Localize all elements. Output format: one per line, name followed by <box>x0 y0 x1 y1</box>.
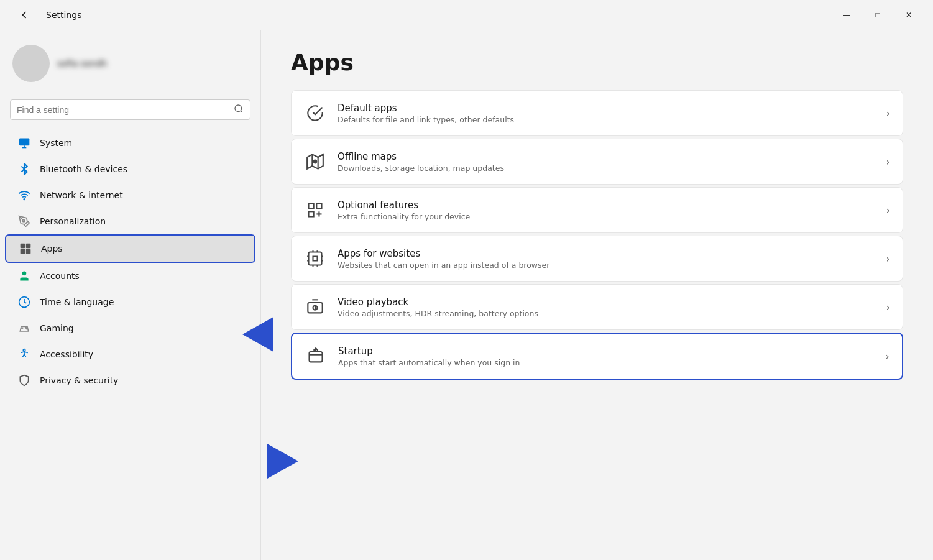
search-input[interactable] <box>17 105 229 115</box>
video-playback-icon <box>304 296 326 318</box>
settings-list: Default apps Defaults for file and link … <box>291 90 903 380</box>
offline-maps-icon <box>304 150 326 173</box>
sidebar-item-personalization-label: Personalization <box>40 216 106 226</box>
sidebar-item-privacy-label: Privacy & security <box>40 375 118 385</box>
video-playback-title: Video playback <box>338 296 875 308</box>
optional-features-text: Optional features Extra functionality fo… <box>338 200 875 221</box>
default-apps-icon <box>304 102 326 124</box>
sidebar-item-privacy[interactable]: Privacy & security <box>5 367 255 393</box>
video-playback-chevron: › <box>886 301 890 313</box>
sidebar-item-network-label: Network & internet <box>40 190 123 200</box>
optional-features-title: Optional features <box>338 200 875 211</box>
maximize-button[interactable]: □ <box>863 5 892 25</box>
svg-rect-23 <box>316 204 321 209</box>
monitor-icon <box>17 136 31 150</box>
apps-websites-chevron: › <box>886 253 890 265</box>
video-playback-text: Video playback Video adjustments, HDR st… <box>338 296 875 318</box>
title-bar: Settings — □ ✕ <box>0 0 933 30</box>
svg-point-11 <box>22 272 27 276</box>
apps-websites-title: Apps for websites <box>338 248 875 259</box>
default-apps-title: Default apps <box>338 103 875 114</box>
svg-point-0 <box>235 105 242 112</box>
sidebar-item-accounts-label: Accounts <box>40 271 80 281</box>
default-apps-text: Default apps Defaults for file and link … <box>338 103 875 124</box>
sidebar-item-apps[interactable]: Apps <box>5 234 255 263</box>
sidebar-item-gaming-label: Gaming <box>40 323 74 333</box>
svg-rect-36 <box>310 352 323 362</box>
sidebar-item-accessibility[interactable]: Accessibility <box>5 341 255 367</box>
sidebar-item-apps-label: Apps <box>41 244 63 254</box>
sidebar-item-network[interactable]: Network & internet <box>5 182 255 208</box>
wifi-icon <box>17 188 31 202</box>
startup-title: Startup <box>338 346 875 357</box>
startup-chevron: › <box>886 351 889 362</box>
brush-icon <box>17 214 31 228</box>
person-icon <box>17 269 31 283</box>
offline-maps-text: Offline maps Downloads, storage location… <box>338 151 875 173</box>
startup-text: Startup Apps that start automatically wh… <box>338 346 875 367</box>
settings-item-optional-features[interactable]: Optional features Extra functionality fo… <box>291 187 903 233</box>
sidebar-item-bluetooth-label: Bluetooth & devices <box>40 164 127 174</box>
content-area: Apps Default apps Defaults for file and … <box>261 30 933 560</box>
offline-maps-chevron: › <box>886 156 890 168</box>
avatar <box>12 45 50 82</box>
svg-point-6 <box>23 220 25 222</box>
sidebar-item-personalization[interactable]: Personalization <box>5 208 255 234</box>
right-arrow <box>267 444 298 479</box>
sidebar-item-accounts[interactable]: Accounts <box>5 263 255 289</box>
clock-icon <box>17 295 31 309</box>
svg-rect-27 <box>309 252 322 265</box>
svg-rect-8 <box>26 244 31 249</box>
svg-rect-7 <box>21 244 25 249</box>
apps-websites-icon <box>304 247 326 270</box>
optional-features-icon <box>304 199 326 221</box>
search-box[interactable] <box>10 99 250 120</box>
window-controls: — □ ✕ <box>832 5 923 25</box>
svg-point-21 <box>314 160 317 163</box>
sidebar: sofia sondh System <box>0 30 261 560</box>
shield-icon <box>17 374 31 387</box>
apps-websites-text: Apps for websites Websites that can open… <box>338 248 875 270</box>
sidebar-item-bluetooth[interactable]: Bluetooth & devices <box>5 156 255 182</box>
offline-maps-title: Offline maps <box>338 151 875 162</box>
accessibility-icon <box>17 347 31 361</box>
minimize-button[interactable]: — <box>832 5 861 25</box>
sidebar-item-system-label: System <box>40 138 72 148</box>
svg-rect-2 <box>19 139 30 146</box>
search-icon <box>234 104 244 116</box>
page-title: Apps <box>291 50 903 75</box>
close-button[interactable]: ✕ <box>894 5 923 25</box>
svg-rect-22 <box>309 204 314 209</box>
svg-point-16 <box>26 328 27 329</box>
settings-item-offline-maps[interactable]: Offline maps Downloads, storage location… <box>291 139 903 185</box>
sidebar-item-time-label: Time & language <box>40 297 114 307</box>
video-playback-desc: Video adjustments, HDR streaming, batter… <box>338 309 875 318</box>
user-section: sofia sondh <box>0 37 260 94</box>
bluetooth-icon <box>17 162 31 176</box>
svg-rect-9 <box>21 249 25 254</box>
startup-desc: Apps that start automatically when you s… <box>338 358 875 367</box>
settings-item-startup[interactable]: Startup Apps that start automatically wh… <box>291 333 903 380</box>
settings-item-default-apps[interactable]: Default apps Defaults for file and link … <box>291 90 903 136</box>
gamepad-icon <box>17 321 31 335</box>
left-arrow <box>242 317 273 352</box>
apps-icon <box>19 242 32 255</box>
svg-point-17 <box>23 349 25 351</box>
svg-point-5 <box>24 199 25 200</box>
sidebar-item-accessibility-label: Accessibility <box>40 349 93 359</box>
settings-item-video-playback[interactable]: Video playback Video adjustments, HDR st… <box>291 284 903 330</box>
startup-icon <box>305 345 327 367</box>
window-title: Settings <box>46 10 81 20</box>
optional-features-chevron: › <box>886 204 890 216</box>
back-button[interactable] <box>10 5 39 25</box>
sidebar-item-time[interactable]: Time & language <box>5 289 255 315</box>
sidebar-item-gaming[interactable]: Gaming <box>5 315 255 341</box>
offline-maps-desc: Downloads, storage location, map updates <box>338 163 875 173</box>
svg-rect-24 <box>309 211 314 216</box>
username: sofia sondh <box>57 58 107 68</box>
default-apps-chevron: › <box>886 108 890 119</box>
apps-websites-desc: Websites that can open in an app instead… <box>338 260 875 270</box>
svg-line-1 <box>241 111 242 112</box>
settings-item-apps-websites[interactable]: Apps for websites Websites that can open… <box>291 236 903 282</box>
sidebar-item-system[interactable]: System <box>5 130 255 156</box>
